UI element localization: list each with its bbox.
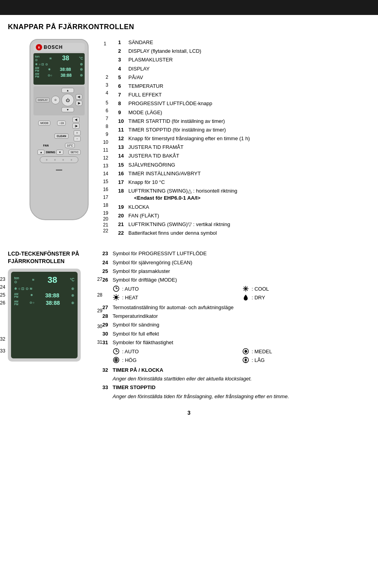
lcd-bottom-display: ton⊙ ≋ 38 °C ❄ ○ ⊡ ⊙ ≋ ⊛ AMPM ❄ 38:88 xyxy=(8,269,81,362)
mode-button[interactable]: MODE xyxy=(38,121,50,126)
plus-button[interactable]: + xyxy=(74,130,81,135)
callout-13: 13 xyxy=(103,163,108,169)
callout-24: 24 xyxy=(0,284,5,290)
remote-buttons: MODE ○1h ◀| |▶ CLEAN + − xyxy=(33,115,85,166)
lcd2-ampm1: AMPM xyxy=(14,293,19,298)
fan-auto-icon xyxy=(113,348,120,355)
lcd-row-2: ❄ ○ ⊡ ⊙ ⊛ xyxy=(35,62,83,66)
callout-10: 10 xyxy=(103,139,108,145)
minus-button[interactable]: − xyxy=(74,136,81,141)
lcd2-ampm2: AMPM xyxy=(14,300,19,306)
callout-18: 18 xyxy=(103,202,108,208)
remote-middle-section: DISPLAY ⊙ ▲ ⏻ ▼ ◀| |▶ xyxy=(33,86,85,115)
list-item-28: 28 Temperaturindikator xyxy=(102,313,370,320)
fan-hog-icon xyxy=(113,356,120,364)
callout-1: 1 xyxy=(104,41,106,46)
callout-8: 8 xyxy=(106,124,108,129)
list-item-10: 10 TIMER STARTTID (för inställning av ti… xyxy=(118,118,370,125)
swing-down-button[interactable]: ▼ xyxy=(56,150,63,155)
callout-15: 15 xyxy=(103,179,108,184)
ten-c-button[interactable]: 10°C xyxy=(65,143,75,148)
list-item-16: 16 TIMER INSTÄLLNING/AVBRYT xyxy=(118,170,370,177)
lcd2-row3: AMPM ❄ 38:88 ⊛ xyxy=(14,292,74,299)
plasma-button[interactable]: ⊙ xyxy=(51,96,60,104)
clean-button[interactable]: CLEAN xyxy=(54,134,69,139)
list-item-27: 27 Termostatinställning för automat- och… xyxy=(102,304,370,311)
lcd-temp-display: 38 xyxy=(62,55,69,62)
mode-cool: : COOL xyxy=(242,285,370,292)
prev-button[interactable]: ◀| xyxy=(76,94,82,100)
callout-5: 5 xyxy=(106,100,108,106)
ir-dot-1: ○ xyxy=(46,158,48,161)
lcd2-fan-icon: ⊛ xyxy=(71,287,74,291)
bottom-section: LCD-TECKENFÖNSTER PÅ FJÄRRKONTROLLEN ton… xyxy=(8,250,370,401)
list-item-5: 5 PÅ/AV xyxy=(118,74,370,81)
down-button[interactable]: ▼ xyxy=(61,107,74,112)
auto-icon xyxy=(113,285,120,292)
callout-11: 11 xyxy=(103,147,108,153)
callout-32: 32 xyxy=(0,336,5,342)
list-item-30: 30 Symbol för full effekt xyxy=(102,330,370,338)
list-item-8: 8 PROGRESSIVT LUFTFLÖDE-knapp xyxy=(118,100,370,107)
list-item-17: 17 Knapp för 10 °C xyxy=(118,179,370,186)
callout-33: 33 xyxy=(0,348,5,354)
power-button[interactable]: ⏻ xyxy=(61,94,74,106)
timer-stop-button[interactable]: |▶ xyxy=(72,123,80,129)
callout-4: 4 xyxy=(106,90,108,96)
numbered-list-top: 1 SÄNDARE 2 DISPLAY (flytande kristall, … xyxy=(118,39,370,237)
fan-10c-row: FAN 10°C xyxy=(35,143,83,148)
list-item-25: 25 Symbol för plasmakluster xyxy=(102,268,370,275)
swing-label: SWING xyxy=(46,151,55,154)
lcd-bottom-screen: ton⊙ ≋ 38 °C ❄ ○ ⊡ ⊙ ≋ ⊛ AMPM ❄ 38:88 xyxy=(11,272,78,358)
set-button[interactable]: SET/C xyxy=(69,150,81,155)
list-item-13: 13 JUSTERA TID FRAMÅT xyxy=(118,144,370,151)
lcd2-row2: ❄ ○ ⊡ ⊙ ≋ ⊛ xyxy=(14,287,74,291)
list-item-2: 2 DISPLAY (flytande kristall, LCD) xyxy=(118,48,370,55)
lcd2-unit: °C xyxy=(70,278,74,282)
callout-31: 31 xyxy=(97,339,102,345)
top-section: 1 B BOSCH ton⊙ ≋ 38 °C ❄ ○ ⊡ ⊙ xyxy=(8,39,370,238)
play-button[interactable]: |▶ xyxy=(76,100,82,106)
fan-hog: : HÖG xyxy=(113,356,241,364)
timer-pa-subtext: Anger den förinställda starttiden eller … xyxy=(113,375,370,382)
remote-body: B BOSCH ton⊙ ≋ 38 °C ❄ ○ ⊡ ⊙ ⊛ xyxy=(30,39,89,220)
list-item-21: 21 LUFTRIKTNING (SWING)▽ : vertikal rikt… xyxy=(118,221,370,228)
callout-2: 2 xyxy=(106,74,108,80)
callout-28: 28 xyxy=(97,292,102,298)
list-item-24: 24 Symbol för självrengöring (CLEAN) xyxy=(102,259,370,266)
lcd-leaf-icon: ≋ xyxy=(49,57,52,60)
list-item-15: 15 SJÄLVRENGÖRING xyxy=(118,161,370,169)
svg-line-10 xyxy=(114,295,115,296)
lcd-display-area: ton⊙ ≋ 38 °C ❄ ○ ⊡ ⊙ ⊛ AMPM ❄ 38:88 ⊛ xyxy=(33,53,85,85)
timer-stopptid-subtext: Anger den förinställda tiden för frånsla… xyxy=(113,393,370,400)
up-button[interactable]: ▲ xyxy=(61,88,74,93)
list-item-12: 12 Knapp för timerstyrd frånslagning eft… xyxy=(118,135,370,142)
svg-point-5 xyxy=(115,296,118,299)
transmitter-area: ○ ○ ○ ○ xyxy=(40,156,78,163)
list-item-22: 22 Batterifacket finns under denna symbo… xyxy=(118,230,370,237)
swing-up-button[interactable]: ▲ xyxy=(37,150,44,155)
fan-icons-grid: : AUTO : MEDEL : HÖG xyxy=(113,348,370,364)
callout-29: 29 xyxy=(97,308,102,313)
lcd2-fan1: ⊛ xyxy=(71,293,74,297)
svg-line-13 xyxy=(114,299,115,300)
ir-dot-4: ○ xyxy=(70,158,72,161)
up-down-area: ▲ ⏻ ▼ xyxy=(61,88,74,112)
lcd-power: ⊙○ xyxy=(48,74,52,77)
timer-start-button[interactable]: ◀| xyxy=(72,117,80,122)
callout-12: 12 xyxy=(103,155,108,161)
lcd2-frost: ❄ xyxy=(30,293,33,297)
callout-7: 7 xyxy=(106,116,108,121)
fan-lag-icon xyxy=(242,356,249,364)
callout-14: 14 xyxy=(103,171,108,176)
svg-line-11 xyxy=(118,299,119,300)
one-hour-button[interactable]: ○1h xyxy=(57,121,66,126)
display-power-row: DISPLAY ⊙ ▲ ⏻ ▼ ◀| |▶ xyxy=(35,88,83,112)
callout-22: 22 xyxy=(103,228,108,234)
display-button[interactable]: DISPLAY xyxy=(36,98,50,102)
lcd-section-title: LCD-TECKENFÖNSTER PÅ FJÄRRKONTROLLEN xyxy=(8,250,94,264)
fan-lag: : LÅG xyxy=(242,356,370,364)
battery-indicator: ▬▬ xyxy=(33,168,85,171)
nav-buttons: ◀| |▶ xyxy=(76,94,82,106)
list-item-26: 26 Symbol för driftläge (MODE) xyxy=(102,276,370,284)
